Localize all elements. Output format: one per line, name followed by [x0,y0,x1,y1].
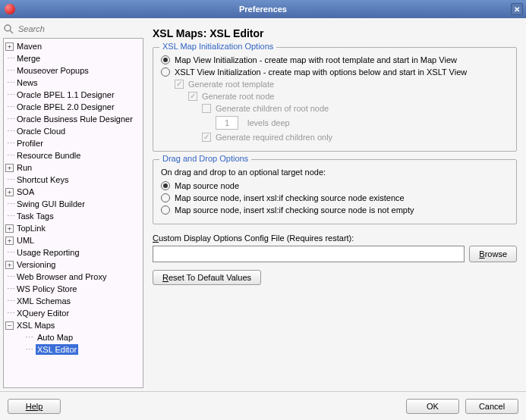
cancel-button[interactable]: Cancel [465,399,518,414]
tree-leaf-icon: ⋯ [5,65,15,76]
expand-icon[interactable]: + [5,237,14,245]
tree-item[interactable]: ⋯Web Browser and Proxy [4,271,143,283]
tree-item[interactable]: ⋯Oracle BPEL 1.1 Designer [4,89,143,101]
levels-row: levels deep [161,114,509,131]
tree-item[interactable]: ⋯Shortcut Keys [4,174,143,186]
custom-config-input[interactable] [153,246,465,262]
tree-label: Shortcut Keys [15,174,70,185]
tree-label: Versioning [15,259,57,270]
tree-item[interactable]: ⋯XQuery Editor [4,307,143,319]
expand-icon[interactable]: + [5,42,14,51]
tree-leaf-icon: ⋯ [5,138,15,149]
tree-item[interactable]: +SOA [4,186,143,198]
expand-icon[interactable]: + [5,224,14,233]
tree-item[interactable]: −XSL Maps [4,319,143,331]
check-gen-root-node: Generate root node [161,90,509,102]
tree-label: UML [15,235,36,246]
tree-leaf-icon: ⋯ [5,126,15,136]
check-label: Generate root template [188,80,274,89]
close-icon[interactable]: ✕ [511,3,523,15]
tree-item[interactable]: XSL Editor [24,343,143,356]
tree-label: XSL Maps [15,320,56,331]
tree-leaf-icon: ⋯ [5,150,15,161]
collapse-icon[interactable]: − [5,321,14,330]
tree-leaf-icon: ⋯ [5,284,15,294]
tree-label: Mouseover Popups [15,65,90,76]
expand-icon[interactable]: + [5,188,14,196]
tree-label: WS Policy Store [15,284,78,294]
footer: Help OK Cancel [0,391,526,420]
tree-item[interactable]: ⋯Profiler [4,137,143,149]
fieldset-drag: Drag and Drop Options On drag and drop t… [153,159,517,224]
window-title: Preferences [239,5,287,14]
sidebar: +Maven⋯Merge⋯Mouseover Popups⋯News⋯Oracl… [3,21,143,388]
radio-xslif-exist[interactable]: Map source node, insert xsl:if checking … [161,192,509,204]
tree-label: XSL Editor [36,344,78,355]
radio-map-source[interactable]: Map source node [161,180,509,192]
tree-label: Usage Reporting [15,247,81,258]
radio-icon [161,205,170,215]
tree-leaf-icon: ⋯ [5,77,15,88]
radio-label: Map View Initialization - create map wit… [175,55,457,64]
radio-icon [161,55,170,64]
tree-item[interactable]: ⋯Resource Bundle [4,149,143,161]
search-row [3,21,143,36]
check-gen-required: Generate required children only [161,131,509,143]
tree-leaf-icon: ⋯ [5,211,15,221]
tree-item[interactable]: ⋯Swing GUI Builder [4,198,143,210]
tree-item[interactable]: ⋯Oracle Business Rule Designer [4,113,143,125]
radio-xslif-notempty[interactable]: Map source node, insert xsl:if checking … [161,204,509,216]
tree-item[interactable]: +Run [4,161,143,174]
check-label: Generate required children only [216,133,332,142]
tree-label: Merge [15,53,42,64]
drag-intro: On drag and drop to an optional target n… [161,166,509,180]
tree-container[interactable]: +Maven⋯Merge⋯Mouseover Popups⋯News⋯Oracl… [3,38,143,388]
svg-point-0 [5,25,11,31]
check-gen-children: Generate children of root node [161,102,509,114]
help-button[interactable]: Help [8,399,61,414]
legend-init: XSL Map Initialization Options [159,42,276,51]
tree-leaf-icon: ⋯ [5,247,15,258]
tree-item[interactable]: +Maven [4,40,143,52]
tree-label: Run [15,162,33,173]
tree-item[interactable]: ⋯WS Policy Store [4,283,143,295]
app-icon [5,4,15,14]
search-input[interactable] [17,23,143,35]
tree-leaf-icon: ⋯ [5,199,15,209]
checkbox-icon [202,133,211,142]
tree-label: Oracle Cloud [15,126,67,136]
tree-item[interactable]: ⋯Usage Reporting [4,246,143,259]
ok-button[interactable]: OK [406,399,459,414]
tree-item[interactable]: ⋯Oracle Cloud [4,125,143,137]
tree-item[interactable]: +Versioning [4,259,143,271]
search-icon [3,24,14,34]
tree-label: Oracle BPEL 1.1 Designer [15,89,116,100]
expand-icon[interactable]: + [5,164,14,172]
tree-label: TopLink [15,223,47,234]
tree-label: Profiler [15,138,45,149]
tree-item[interactable]: ⋯Merge [4,52,143,64]
tree-item[interactable]: ⋯Mouseover Popups [4,64,143,77]
radio-map-view[interactable]: Map View Initialization - create map wit… [161,54,509,66]
custom-config-row: Browse [153,246,517,262]
radio-xslt-view[interactable]: XSLT View Initialization - create map wi… [161,66,509,78]
tree-label: News [15,77,39,88]
tree-leaf-icon: ⋯ [5,114,15,124]
reset-button[interactable]: Reset To Default Values [153,270,261,285]
tree-item[interactable]: +TopLink [4,222,143,234]
tree-item[interactable]: +UML [4,234,143,246]
tree-item[interactable]: ⋯Oracle BPEL 2.0 Designer [4,101,143,113]
expand-icon[interactable]: + [5,261,14,269]
tree-leaf-icon: ⋯ [5,53,15,64]
check-label: Generate children of root node [216,104,329,113]
tree-leaf-icon: ⋯ [5,89,15,100]
tree-item[interactable]: ⋯News [4,77,143,89]
browse-button[interactable]: Browse [469,246,517,262]
tree-label: SOA [15,186,36,197]
tree-item[interactable]: ⋯Task Tags [4,210,143,222]
check-gen-root-template: Generate root template [161,78,509,90]
radio-icon [161,193,170,202]
tree-item[interactable]: ⋯XML Schemas [4,295,143,307]
tree-item[interactable]: Auto Map [24,331,143,343]
tree-leaf-icon: ⋯ [5,174,15,185]
